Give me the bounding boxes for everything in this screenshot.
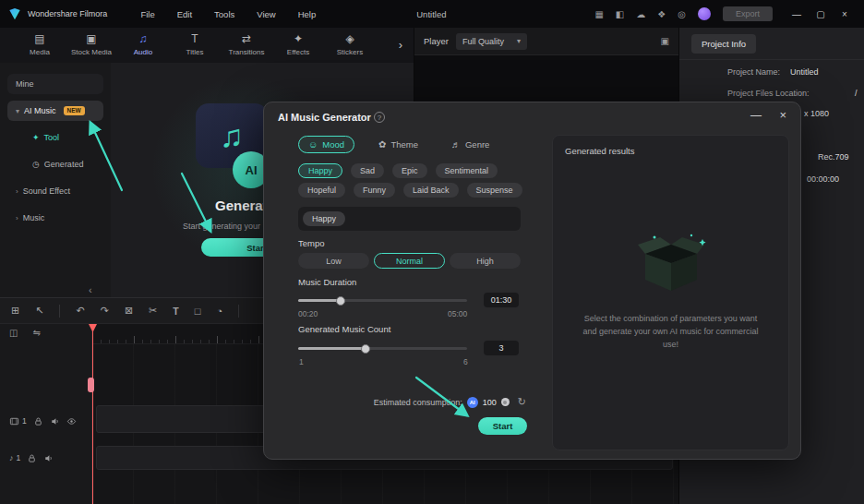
menu-tools[interactable]: Tools — [203, 6, 246, 23]
avatar[interactable] — [698, 7, 711, 20]
generated-icon: ◷ — [32, 160, 40, 169]
count-value-box[interactable]: 3 — [484, 341, 519, 355]
chip-suspense[interactable]: Suspense — [467, 183, 522, 198]
cloud-upload-icon[interactable]: ☁ — [636, 9, 645, 19]
menu-view[interactable]: View — [246, 6, 286, 23]
tab-titles-label: Titles — [186, 48, 204, 56]
chip-sad[interactable]: Sad — [351, 163, 384, 178]
tab-theme[interactable]: ✿ Theme — [369, 137, 427, 152]
sidebar-item-ai-music[interactable]: ▾ AI Music NEW — [7, 101, 103, 121]
tab-media[interactable]: ▤ Media — [15, 31, 65, 63]
category-tabs: ☺ Mood ✿ Theme ♬ Genre — [298, 136, 498, 153]
sidebar-item-tool[interactable]: ✦ Tool — [24, 127, 103, 148]
redo-icon[interactable]: ↷ — [101, 305, 109, 317]
consumption-label: Estimated consumption: — [374, 398, 462, 407]
duration-slider[interactable] — [298, 299, 467, 302]
playhead-line[interactable] — [92, 324, 93, 504]
tab-titles[interactable]: T Titles — [170, 31, 220, 63]
tab-audio-label: Audio — [134, 48, 152, 56]
lock-icon[interactable] — [33, 416, 43, 426]
chevron-right-icon: › — [16, 187, 18, 196]
count-min-label: 1 — [299, 357, 304, 366]
preview-image-icon[interactable]: ▣ — [661, 36, 669, 46]
lock-icon[interactable] — [27, 453, 37, 463]
speed-icon[interactable]: ◔ — [216, 306, 222, 317]
link-icon[interactable]: ⇋ — [32, 328, 40, 338]
genre-icon: ♬ — [451, 139, 461, 150]
tab-stock-media[interactable]: ▣ Stock Media — [66, 31, 116, 63]
snapshot-icon[interactable]: ◧ — [616, 9, 624, 19]
snap-icon[interactable]: ⊞ — [11, 305, 19, 317]
duration-slider-handle[interactable] — [336, 296, 345, 306]
divider — [59, 305, 60, 318]
playhead-scroll-pill[interactable] — [88, 378, 94, 392]
tab-transitions[interactable]: ⇄ Transitions — [222, 31, 271, 63]
delete-icon[interactable]: ⊠ — [125, 305, 133, 317]
project-name-label: Project Name: — [727, 67, 780, 77]
count-slider[interactable] — [298, 347, 467, 350]
tool-icon: ✦ — [32, 133, 40, 142]
selected-mood-chip[interactable]: Happy — [303, 211, 345, 226]
tempo-low-button[interactable]: Low — [298, 253, 369, 269]
tab-effects[interactable]: ✦ Effects — [273, 31, 323, 63]
crop-icon[interactable]: □ — [195, 306, 201, 317]
close-button[interactable]: × — [833, 9, 857, 19]
chip-sentimental[interactable]: Sentimental — [436, 163, 498, 178]
tab-project-info[interactable]: Project Info — [691, 34, 756, 54]
chip-happy[interactable]: Happy — [298, 163, 342, 178]
chip-hopeful[interactable]: Hopeful — [298, 183, 345, 198]
tab-audio[interactable]: ♫ Audio — [118, 31, 168, 63]
notifications-icon[interactable]: ◎ — [678, 9, 686, 19]
tempo-label: Tempo — [298, 238, 325, 248]
dialog-minimize-button[interactable]: — — [750, 109, 762, 122]
audio-note-icon: ♪ — [9, 453, 14, 462]
tab-stickers[interactable]: ◈ Stickers — [325, 31, 375, 63]
tabs-overflow-icon[interactable]: › — [399, 38, 402, 52]
start-button[interactable]: Start — [478, 417, 527, 435]
menu-help[interactable]: Help — [287, 6, 328, 23]
tab-media-label: Media — [30, 48, 50, 56]
theme-icon: ✿ — [378, 139, 386, 150]
video-track-number: 1 — [22, 416, 27, 426]
sidebar-item-sound-effect[interactable]: › Sound Effect — [7, 181, 103, 201]
copy-icon[interactable]: ◫ — [9, 328, 18, 338]
help-icon[interactable]: ? — [374, 112, 385, 123]
dialog-close-button[interactable]: × — [779, 108, 786, 122]
music-count-label: Generated Music Count — [298, 324, 390, 334]
tempo-normal-button[interactable]: Normal — [374, 253, 445, 269]
count-slider-handle[interactable] — [361, 344, 370, 354]
undo-icon[interactable]: ↶ — [76, 305, 84, 317]
layout-icon[interactable]: ▦ — [594, 9, 603, 19]
quality-dropdown[interactable]: Full Quality ▾ — [456, 33, 527, 50]
tab-mood[interactable]: ☺ Mood — [298, 136, 354, 153]
split-icon[interactable]: ✂ — [149, 305, 157, 317]
tempo-high-button[interactable]: High — [450, 253, 521, 269]
sidebar-item-generated[interactable]: ◷ Generated — [24, 154, 103, 174]
minimize-button[interactable]: — — [785, 9, 809, 19]
refresh-icon[interactable]: ↻ — [518, 396, 526, 408]
sidebar-collapse-icon[interactable]: ‹ — [89, 284, 92, 295]
menu-edit[interactable]: Edit — [166, 6, 203, 23]
chip-funny[interactable]: Funny — [354, 183, 395, 198]
mood-chip-row-1: Happy Sad Epic Sentimental — [298, 163, 498, 178]
text-tool-icon[interactable]: T — [173, 306, 178, 317]
chip-laid-back[interactable]: Laid Back — [403, 183, 459, 198]
sidebar-item-music[interactable]: › Music — [7, 208, 103, 228]
chevron-down-icon: ▾ — [16, 107, 19, 115]
tab-effects-label: Effects — [287, 48, 309, 56]
sidebar-item-tool-label: Tool — [44, 133, 60, 142]
eye-icon[interactable] — [66, 416, 77, 426]
tab-stock-media-label: Stock Media — [71, 48, 112, 56]
select-tool-icon[interactable]: ↖ — [35, 305, 43, 317]
export-button[interactable]: Export — [723, 6, 773, 21]
sidebar-item-mine[interactable]: Mine — [7, 74, 103, 94]
mute-icon[interactable] — [43, 453, 54, 463]
mute-icon[interactable] — [50, 416, 60, 426]
duration-value-box[interactable]: 01:30 — [484, 293, 519, 307]
chip-epic[interactable]: Epic — [392, 163, 427, 178]
maximize-button[interactable]: ▢ — [809, 9, 833, 19]
coin-icon — [501, 398, 510, 406]
menu-file[interactable]: File — [129, 6, 165, 23]
plugins-icon[interactable]: ❖ — [657, 9, 666, 19]
tab-genre[interactable]: ♬ Genre — [442, 137, 498, 152]
